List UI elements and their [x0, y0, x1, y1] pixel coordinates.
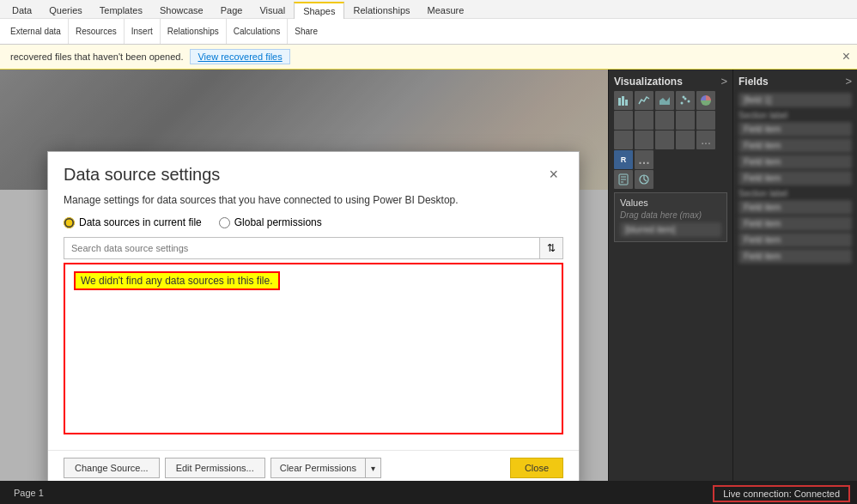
tab-queries[interactable]: Queries [40, 3, 91, 18]
dialog-footer: Change Source... Edit Permissions... Cle… [48, 450, 579, 481]
svg-point-7 [683, 96, 685, 99]
viz-icon-map[interactable] [614, 111, 633, 130]
field-section-2: Section label [738, 189, 852, 198]
view-recovered-link[interactable]: View recovered files [190, 49, 289, 64]
relationships-button[interactable]: Relationships [167, 27, 219, 36]
field-item-2[interactable]: Field item [738, 138, 852, 153]
data-source-settings-dialog: Data source settings × Manage settings f… [47, 151, 580, 481]
ribbon-group-calculations: Calculations [227, 19, 288, 44]
field-item-0[interactable]: [field 1] [738, 93, 852, 107]
dialog-description: Manage settings for data sources that yo… [64, 194, 563, 206]
viz-icon-pie[interactable] [696, 91, 715, 110]
insert-button[interactable]: Insert [131, 27, 153, 36]
tab-data[interactable]: Data [3, 3, 40, 18]
fields-title: Fields [738, 76, 769, 88]
ribbon: Data Queries Templates Showcase Page Vis… [0, 0, 857, 45]
ribbon-group-external-data: External data [3, 19, 69, 44]
ribbon-group-relationships: Relationships [161, 19, 227, 44]
svg-rect-1 [622, 96, 624, 106]
change-source-button[interactable]: Change Source... [64, 458, 160, 478]
field-section-1: Section label [738, 111, 852, 120]
values-item[interactable]: [blurred item] [620, 222, 721, 237]
radio-current-file[interactable]: Data sources in current file [64, 216, 202, 228]
field-item-3[interactable]: Field item [738, 155, 852, 169]
status-page-indicator: Page 1 [7, 486, 51, 500]
tab-showcase[interactable]: Showcase [151, 3, 212, 18]
svg-line-14 [644, 179, 647, 181]
viz-icon-kpi[interactable] [635, 131, 653, 149]
recovery-message: recovered files that haven't been opened… [10, 52, 183, 62]
dialog-title: Data source settings [64, 165, 220, 185]
viz-icon-custom[interactable]: ... [696, 131, 715, 149]
values-title: Values [620, 197, 721, 208]
svg-point-4 [681, 102, 684, 105]
viz-icon-empty1 [655, 150, 674, 169]
ribbon-group-resources: Resources [69, 19, 125, 44]
visualizations-title: Visualizations [614, 76, 683, 88]
ribbon-group-insert: Insert [125, 19, 161, 44]
ribbon-group-share: Share [288, 19, 325, 44]
close-dialog-button[interactable]: Close [510, 458, 563, 478]
clear-permissions-dropdown-button[interactable]: ▾ [365, 458, 381, 478]
svg-rect-2 [625, 100, 628, 106]
clear-permissions-button[interactable]: Clear Permissions [270, 458, 365, 478]
resources-button[interactable]: Resources [76, 27, 117, 36]
external-data-button[interactable]: External data [10, 27, 61, 36]
viz-icon-bar[interactable] [614, 91, 633, 110]
canvas-area: Data source settings × Manage settings f… [0, 70, 608, 481]
field-item-4[interactable]: Field item [738, 171, 852, 185]
radio-group: Data sources in current file Global perm… [64, 216, 563, 228]
viz-icon-scatter[interactable] [676, 91, 695, 110]
values-section: Values Drag data here (max) [blurred ite… [614, 192, 727, 242]
svg-point-6 [688, 100, 690, 103]
field-item-1[interactable]: Field item [738, 122, 852, 137]
viz-icon-slicer[interactable] [655, 131, 674, 149]
viz-icon-matrix[interactable] [614, 131, 633, 149]
viz-icon-line[interactable] [635, 91, 653, 110]
viz-icon-gauge[interactable] [655, 111, 674, 130]
dialog-close-button[interactable]: × [544, 164, 563, 185]
tab-shapes[interactable]: Shapes [294, 2, 344, 19]
field-item-7[interactable]: Field item [738, 233, 852, 247]
calculations-button[interactable]: Calculations [234, 27, 280, 36]
viz-icon-card[interactable] [676, 111, 695, 130]
visualizations-panel: Visualizations > [609, 70, 733, 481]
fields-expand-icon[interactable]: > [845, 75, 852, 88]
field-item-8[interactable]: Field item [738, 249, 852, 264]
data-list-area: We didn't find any data sources in this … [64, 263, 563, 434]
edit-permissions-button[interactable]: Edit Permissions... [165, 458, 265, 478]
field-item-5[interactable]: Field item [738, 200, 852, 215]
drag-hint: Drag data here (max) [620, 210, 721, 220]
fields-panel: Fields > [field 1] Section label Field i… [733, 70, 857, 481]
field-item-6[interactable]: Field item [738, 216, 852, 231]
sort-button[interactable]: ⇅ [540, 237, 563, 259]
recovery-bar: recovered files that haven't been opened… [0, 45, 857, 70]
no-data-message: We didn't find any data sources in this … [74, 271, 280, 290]
share-button[interactable]: Share [295, 27, 318, 36]
radio-global-permissions[interactable]: Global permissions [219, 216, 322, 228]
svg-rect-0 [618, 98, 621, 106]
tab-page[interactable]: Page [212, 3, 252, 18]
viz-icon-r-script[interactable]: R [614, 150, 633, 169]
search-data-source-input[interactable] [64, 237, 540, 259]
tab-templates[interactable]: Templates [91, 3, 151, 18]
viz-icon-funnel[interactable] [635, 111, 653, 130]
viz-icon-area[interactable] [655, 91, 674, 110]
tab-relationships[interactable]: Relationships [344, 3, 418, 18]
viz-icon-table[interactable] [696, 111, 715, 130]
viz-icon-empty3 [696, 150, 715, 169]
svg-marker-3 [659, 97, 670, 105]
viz-icon-analytics[interactable] [635, 170, 653, 189]
tab-measure[interactable]: Measure [419, 3, 473, 18]
recovery-close-button[interactable]: × [842, 50, 850, 64]
status-bar: Page 1 Live connection: Connected [0, 481, 857, 504]
viz-icon-empty2 [676, 150, 695, 169]
viz-icon-shape[interactable] [676, 131, 695, 149]
visualizations-expand-icon[interactable]: > [720, 75, 727, 88]
viz-icon-more[interactable]: … [635, 150, 653, 169]
viz-icon-format[interactable] [614, 170, 633, 189]
tab-visual[interactable]: Visual [251, 3, 294, 18]
live-connection-badge: Live connection: Connected [713, 485, 850, 502]
